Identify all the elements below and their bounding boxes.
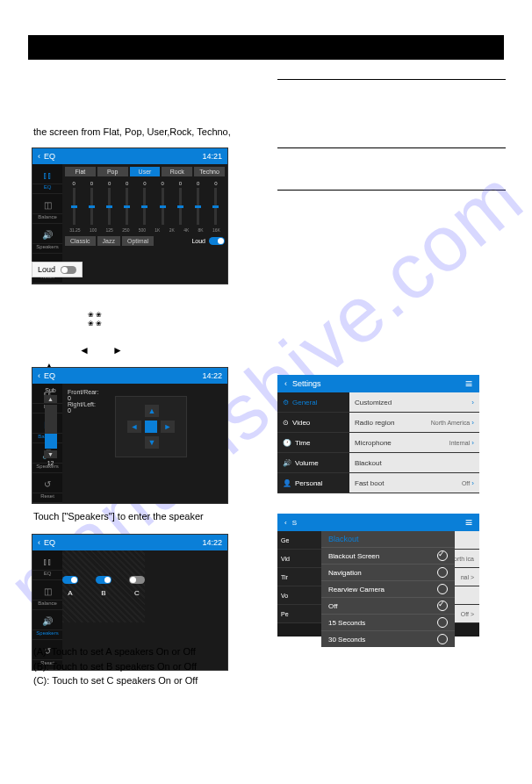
genre-jazz[interactable]: Jazz [97, 236, 120, 246]
arrow-right-button[interactable]: ► [161, 421, 175, 433]
settings-row-general[interactable]: ⚙GeneralCustomized› [277, 392, 479, 413]
clock-text: 14:22 [202, 538, 222, 547]
preset-user[interactable]: User [130, 167, 161, 176]
sub-control[interactable]: Sub ▲ ▼ 12 [44, 387, 57, 466]
right-left-value: Right/Left: 0 [68, 401, 96, 414]
back-button[interactable]: ‹ EQ [38, 371, 55, 380]
settings-row-volume[interactable]: 🔊VolumeBlackout [277, 453, 479, 473]
settings-row-time[interactable]: 🕐TimeMicrophoneInternal › [277, 433, 479, 453]
chevron-left-icon[interactable]: ‹ [284, 519, 287, 527]
eq-slider[interactable]: 0 [195, 181, 202, 225]
divider [277, 147, 506, 148]
abc-descriptions: (A): Touch to set A speakers On or Off (… [33, 644, 198, 688]
speaker-a-toggle[interactable] [62, 576, 78, 584]
loud-toggle[interactable] [209, 237, 225, 245]
front-rear-value: Front/Rear: 0 [68, 389, 98, 401]
preset-rock[interactable]: Rock [162, 167, 192, 176]
arrow-left-icon: ◄ [79, 344, 90, 356]
eq-slider[interactable]: 0 [159, 181, 166, 225]
balance-center[interactable] [145, 421, 157, 433]
balance-pad[interactable]: ▲ ▼ ◄ ► [115, 396, 187, 457]
arrow-right-icon: ► [112, 344, 123, 356]
loud-external-toggle[interactable]: Loud [32, 262, 83, 277]
sidebar-balance[interactable]: ◫Balance [32, 580, 62, 610]
back-button[interactable]: ‹ EQ [38, 152, 55, 161]
eq-slider[interactable]: 0 [70, 181, 77, 225]
sidebar-speakers[interactable]: 🔊Speakers [32, 610, 62, 640]
blackout-option[interactable]: 15 Seconds [321, 614, 455, 630]
chevron-left-icon[interactable]: ‹ [284, 379, 287, 388]
menu-icon[interactable]: ≡ [465, 515, 472, 529]
divider [277, 79, 506, 80]
back-button[interactable]: ‹ EQ [38, 538, 55, 547]
preset-flat[interactable]: Flat [65, 167, 96, 176]
sidebar-reset[interactable]: ↺Reset [32, 473, 62, 503]
blackout-screenshot: ‹ S ≡ GeVidorth icaTirnal >VoPeOff > Bla… [277, 514, 479, 637]
eq-slider[interactable]: 0 [176, 181, 183, 225]
genre-optimal[interactable]: Optimal [122, 236, 154, 246]
decorative-pattern: ❀ ❀❀ ❀ [88, 311, 102, 327]
clock-text: 14:21 [202, 152, 222, 161]
speakers-instruction: Touch ["Speakers"] to enter the speaker [33, 509, 204, 524]
chevron-left-icon: ‹ [38, 371, 40, 380]
blackout-option[interactable]: Off [321, 597, 455, 614]
eq-slider[interactable]: 0 [106, 181, 113, 225]
arrow-up-button[interactable]: ▲ [145, 405, 159, 417]
eq-slider[interactable]: 0 [88, 181, 95, 225]
sidebar-eq[interactable]: ⫿⫿EQ [32, 550, 62, 580]
blackout-option[interactable]: Blackout Screen [321, 547, 455, 564]
blackout-option[interactable]: Rearview Camera [321, 580, 455, 597]
eq-screenshot-balance: ‹ EQ 14:22 ⫿⫿EQ ◫Balance 🔊Speakers ↺Rese… [32, 367, 228, 504]
settings-title: Settings [292, 379, 321, 388]
speaker-c-toggle[interactable] [129, 576, 145, 584]
menu-icon[interactable]: ≡ [465, 377, 472, 391]
chevron-left-icon: ‹ [38, 152, 40, 161]
speaker-b-toggle[interactable] [96, 576, 111, 584]
arrow-down-button[interactable]: ▼ [145, 436, 159, 449]
chevron-left-icon: ‹ [38, 538, 40, 547]
clock-text: 14:22 [202, 371, 222, 380]
sidebar-eq[interactable]: ⫿⫿EQ [32, 164, 62, 194]
preset-techno[interactable]: Techno [194, 167, 225, 176]
intro-text: the screen from Flat, Pop, User,Rock, Te… [33, 126, 231, 137]
arrow-left-button[interactable]: ◄ [127, 421, 141, 433]
settings-row-video[interactable]: ⊙VideoRadio regionNorth America › [277, 413, 479, 433]
blackout-popup-title: Blackout [321, 531, 455, 547]
eq-slider[interactable]: 0 [124, 181, 131, 225]
divider [277, 190, 506, 191]
blackout-option[interactable]: Navigation [321, 564, 455, 580]
genre-classic[interactable]: Classic [65, 236, 96, 246]
loud-label: Loud [191, 238, 205, 244]
top-black-bar [28, 35, 504, 60]
settings-row-personal[interactable]: 👤PersonalFast bootOff › [277, 473, 479, 493]
toggle-off [61, 266, 76, 274]
eq-slider[interactable]: 0 [212, 181, 219, 225]
sidebar-balance[interactable]: ◫Balance [32, 194, 62, 224]
preset-pop[interactable]: Pop [97, 167, 128, 176]
sidebar-speakers[interactable]: 🔊Speakers [32, 224, 62, 254]
blackout-option[interactable]: 30 Seconds [321, 630, 455, 647]
settings-screenshot: ‹ Settings ≡ ⚙GeneralCustomized›⊙VideoRa… [277, 375, 479, 493]
eq-slider[interactable]: 0 [141, 181, 148, 225]
